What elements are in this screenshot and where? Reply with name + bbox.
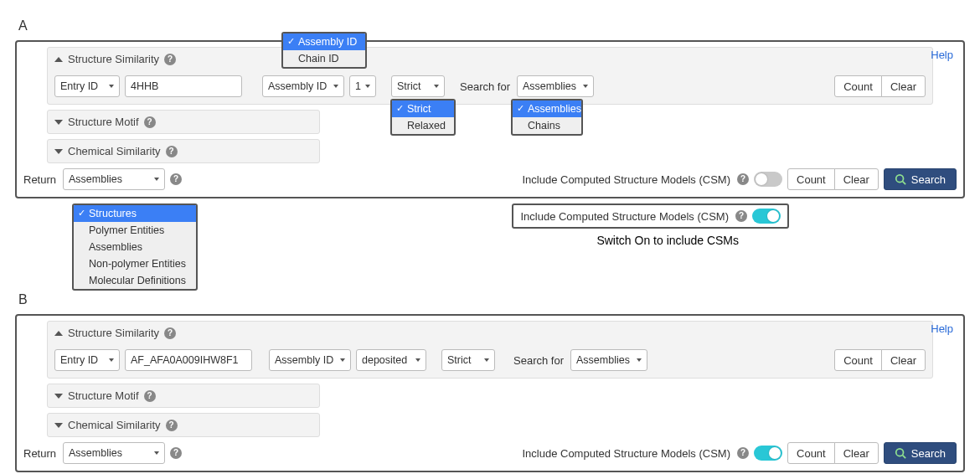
search-button-label: Search (911, 447, 946, 460)
option-label: Assembly ID (298, 36, 357, 48)
csm-label: Include Computed Structure Models (CSM) (522, 173, 730, 186)
help-link[interactable]: Help (931, 49, 953, 61)
option-label: Chains (528, 120, 560, 131)
section-title: Structure Similarity (68, 327, 159, 339)
count-button[interactable]: Count (834, 349, 882, 371)
count-button[interactable]: Count (787, 168, 835, 190)
help-icon[interactable]: ? (166, 420, 178, 431)
search-button[interactable]: Search (884, 168, 957, 190)
deposited-select[interactable]: deposited (356, 349, 426, 371)
caret-down-icon (54, 421, 63, 430)
csm-toggle-off[interactable] (754, 172, 782, 187)
dropdown-search-for[interactable]: ✓ Assemblies Chains (511, 99, 583, 136)
entry-id-input[interactable]: AF_AFA0A009IHW8F1 (125, 349, 252, 371)
return-select[interactable]: Assemblies (63, 442, 165, 464)
option-label: Polymer Entities (89, 224, 164, 236)
option-assemblies[interactable]: ✓ Assemblies (513, 100, 581, 117)
csm-on-box: Include Computed Structure Models (CSM) … (512, 204, 789, 229)
section-chemical-similarity: Chemical Similarity ? (47, 413, 320, 437)
section-header-motif[interactable]: Structure Motif ? (48, 384, 319, 407)
section-title: Structure Motif (68, 116, 139, 128)
option-relaxed[interactable]: Relaxed (392, 117, 454, 134)
option-structures[interactable]: ✓ Structures (74, 205, 196, 222)
count-button[interactable]: Count (834, 75, 882, 97)
option-label: Strict (407, 103, 431, 115)
panel-b: Help Structure Similarity ? Entry ID AF_… (15, 314, 965, 472)
entry-id-input[interactable]: 4HHB (125, 75, 242, 97)
count-clear-group: Count Clear (787, 442, 879, 464)
svg-marker-2 (54, 149, 63, 154)
option-chains[interactable]: Chains (513, 117, 581, 134)
help-icon[interactable]: ? (144, 390, 156, 402)
svg-marker-1 (54, 120, 63, 125)
help-icon[interactable]: ? (737, 447, 749, 459)
help-icon[interactable]: ? (170, 173, 182, 185)
entry-id-select[interactable]: Entry ID (54, 75, 120, 97)
help-icon[interactable]: ? (170, 447, 182, 459)
help-icon[interactable]: ? (735, 210, 747, 222)
figure-label-a: A (18, 18, 965, 33)
search-button[interactable]: Search (884, 442, 957, 464)
count-clear-group: Count Clear (787, 168, 879, 190)
help-link[interactable]: Help (931, 322, 953, 335)
search-for-select[interactable]: Assemblies (570, 349, 647, 371)
option-molecular-definitions[interactable]: Molecular Definitions (74, 272, 196, 289)
dropdown-id-type[interactable]: ✓ Assembly ID Chain ID (281, 32, 367, 69)
csm-toggle-on[interactable] (752, 209, 781, 224)
panel-footer: Return Assemblies ? Include Computed Str… (17, 163, 963, 197)
entry-id-select[interactable]: Entry ID (54, 349, 120, 371)
count-button[interactable]: Count (787, 442, 835, 464)
option-label: Relaxed (407, 120, 446, 131)
section-structure-similarity: Structure Similarity ? Entry ID AF_AFA0A… (47, 321, 933, 379)
section-structure-motif: Structure Motif ? (47, 384, 320, 408)
panel-footer: Return Assemblies ? Include Computed Str… (17, 437, 963, 471)
similarity-form-row: Entry ID AF_AFA0A009IHW8F1 Assembly ID d… (48, 344, 932, 378)
caret-down-icon (54, 147, 63, 156)
id-type-select[interactable]: Assembly ID (269, 349, 351, 371)
help-icon[interactable]: ? (164, 327, 176, 339)
section-header-motif[interactable]: Structure Motif ? (48, 111, 319, 133)
section-header-chem[interactable]: Chemical Similarity ? (48, 414, 319, 436)
option-polymer-entities[interactable]: Polymer Entities (74, 222, 196, 239)
id-number-select[interactable]: 1 (349, 75, 376, 97)
section-header-chem[interactable]: Chemical Similarity ? (48, 140, 319, 162)
section-structure-similarity: Structure Similarity ? Entry ID 4HHB Ass… (47, 47, 933, 105)
help-icon[interactable]: ? (144, 116, 156, 128)
dropdown-return[interactable]: ✓ Structures Polymer Entities Assemblies… (72, 204, 198, 291)
strict-select[interactable]: Strict (391, 75, 445, 97)
option-non-polymer-entities[interactable]: Non-polymer Entities (74, 255, 196, 272)
svg-line-4 (902, 182, 905, 185)
option-label: Structures (89, 208, 137, 219)
caret-up-icon (54, 329, 63, 337)
option-assembly-id[interactable]: ✓ Assembly ID (283, 33, 365, 50)
svg-marker-0 (54, 57, 63, 62)
section-structure-motif: Structure Motif ? (47, 110, 320, 134)
option-strict[interactable]: ✓ Strict (392, 100, 454, 117)
help-icon[interactable]: ? (166, 146, 178, 157)
clear-button[interactable]: Clear (881, 75, 926, 97)
search-for-select[interactable]: Assemblies (517, 75, 594, 97)
option-chain-id[interactable]: Chain ID (283, 50, 365, 67)
check-icon: ✓ (78, 208, 85, 219)
return-select[interactable]: Assemblies (63, 168, 165, 190)
svg-line-9 (902, 456, 905, 459)
clear-button[interactable]: Clear (834, 442, 879, 464)
strict-select[interactable]: Strict (441, 349, 495, 371)
caret-up-icon (54, 55, 63, 64)
option-label: Assemblies (89, 241, 142, 253)
option-label: Molecular Definitions (89, 275, 186, 286)
svg-point-8 (896, 449, 904, 456)
search-icon (895, 173, 906, 185)
option-assemblies[interactable]: Assemblies (74, 239, 196, 255)
dropdown-strict[interactable]: ✓ Strict Relaxed (390, 99, 456, 136)
section-header-similarity[interactable]: Structure Similarity ? (48, 48, 932, 70)
svg-marker-6 (54, 394, 63, 399)
clear-button[interactable]: Clear (881, 349, 926, 371)
id-type-select[interactable]: Assembly ID (262, 75, 344, 97)
csm-toggle-on[interactable] (754, 446, 782, 461)
section-header-similarity[interactable]: Structure Similarity ? (48, 322, 932, 344)
figure-label-b: B (18, 292, 965, 307)
clear-button[interactable]: Clear (834, 168, 879, 190)
help-icon[interactable]: ? (737, 173, 749, 185)
help-icon[interactable]: ? (164, 54, 176, 65)
